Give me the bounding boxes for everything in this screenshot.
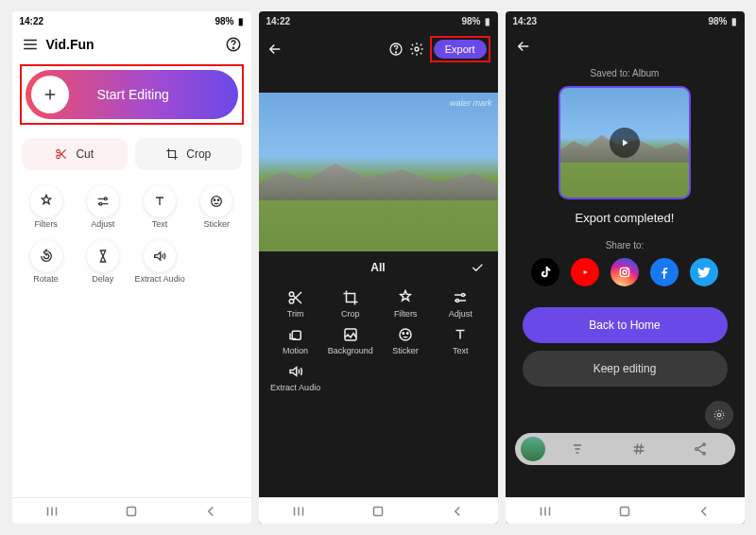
export-label: Export: [445, 43, 475, 55]
tool-label: Extract Audio: [135, 274, 185, 284]
menu-icon[interactable]: [22, 36, 39, 53]
nav-home-icon[interactable]: [616, 503, 633, 520]
svg-rect-31: [620, 507, 628, 515]
cut-label: Cut: [76, 147, 94, 161]
svg-point-2: [57, 149, 60, 153]
tool-rotate[interactable]: Rotate: [18, 236, 75, 287]
settings-icon[interactable]: [409, 42, 424, 57]
nav-recent-icon[interactable]: [537, 503, 554, 520]
nav-back-icon[interactable]: [202, 503, 219, 520]
crop-label: Crop: [186, 147, 211, 161]
crop-button[interactable]: Crop: [135, 138, 242, 170]
tool-text[interactable]: Text: [131, 181, 188, 233]
play-icon: [610, 128, 640, 158]
app-title: Vid.Fun: [46, 37, 217, 52]
status-time: 14:22: [266, 16, 291, 26]
rotate-icon: [30, 240, 62, 272]
status-battery: 98%: [461, 16, 480, 26]
btn-label: Keep editing: [593, 362, 657, 375]
status-bar: 14:22 98%▮: [259, 11, 498, 30]
action-edit[interactable]: [549, 441, 607, 457]
delay-icon: [87, 240, 119, 272]
tool-motion[interactable]: Motion: [268, 326, 323, 355]
tool-sticker[interactable]: Sticker: [378, 326, 433, 355]
tool-delay[interactable]: Delay: [75, 236, 131, 287]
screen-export-done: 14:23 98%▮ Saved to: Album Export comple…: [506, 11, 745, 524]
tool-label: Adjust: [91, 219, 114, 229]
share-facebook[interactable]: [650, 258, 679, 286]
fab-button[interactable]: [705, 401, 733, 429]
help-icon[interactable]: [225, 36, 242, 53]
tool-sticker[interactable]: Sticker: [188, 181, 245, 233]
svg-point-13: [289, 292, 294, 297]
share-twitter[interactable]: [690, 258, 718, 286]
status-time: 14:22: [20, 16, 44, 26]
tool-extract-audio[interactable]: Extract Audio: [131, 236, 188, 287]
tool-adjust[interactable]: Adjust: [75, 181, 131, 233]
svg-rect-9: [127, 507, 135, 515]
export-completed-text: Export completed!: [506, 211, 745, 225]
android-nav: [12, 497, 251, 524]
tool-extract-audio[interactable]: Extract Audio: [268, 363, 323, 392]
android-nav: [259, 497, 498, 524]
keep-editing-button[interactable]: Keep editing: [523, 351, 728, 387]
tool-label: Extract Audio: [270, 383, 320, 392]
svg-point-19: [400, 329, 411, 340]
tool-text[interactable]: Text: [433, 326, 488, 355]
help-icon[interactable]: [388, 42, 404, 57]
export-button[interactable]: Export: [434, 40, 487, 59]
tool-label: Text: [152, 219, 168, 229]
svg-point-20: [403, 333, 404, 335]
nav-back-icon[interactable]: [696, 503, 713, 520]
tool-filters[interactable]: Filters: [18, 181, 75, 233]
export-highlight: Export: [430, 36, 490, 62]
bottom-actions: [515, 433, 735, 465]
tool-label: Sticker: [204, 219, 231, 229]
confirm-icon[interactable]: [470, 260, 485, 275]
back-icon[interactable]: [266, 41, 284, 58]
tool-label: Sticker: [392, 346, 419, 355]
nav-back-icon[interactable]: [449, 503, 466, 520]
tool-filters[interactable]: Filters: [378, 289, 433, 319]
tool-background[interactable]: Background: [323, 326, 378, 355]
tool-label: Crop: [341, 309, 360, 319]
action-thumbnail[interactable]: [521, 437, 545, 461]
category-tabs: All: [259, 251, 498, 284]
svg-point-8: [218, 199, 219, 200]
tool-crop[interactable]: Crop: [323, 289, 378, 319]
nav-recent-icon[interactable]: [290, 503, 307, 520]
share-instagram[interactable]: [610, 258, 639, 286]
screen-editor: 14:22 98%▮ Export water mark All Trim Cr…: [259, 11, 498, 524]
text-icon: [144, 185, 176, 217]
nav-home-icon[interactable]: [123, 503, 140, 520]
share-row: [506, 258, 745, 286]
nav-recent-icon[interactable]: [43, 503, 60, 520]
back-icon[interactable]: [515, 38, 532, 55]
tab-all[interactable]: All: [370, 261, 385, 274]
btn-label: Back to Home: [589, 319, 660, 332]
back-to-home-button[interactable]: Back to Home: [523, 307, 728, 343]
start-editing-label: Start Editing: [97, 87, 169, 102]
export-header: [506, 30, 745, 62]
video-preview[interactable]: water mark: [259, 93, 498, 251]
tool-label: Filters: [394, 309, 418, 319]
cut-button[interactable]: Cut: [22, 138, 129, 170]
svg-point-21: [407, 333, 409, 335]
plus-icon: [31, 76, 69, 113]
share-tiktok[interactable]: [531, 258, 559, 286]
editor-tools: Trim Crop Filters Adjust Motion Backgrou…: [259, 284, 498, 402]
nav-home-icon[interactable]: [369, 503, 387, 520]
share-label: Share to:: [506, 240, 745, 250]
video-thumbnail[interactable]: [558, 86, 691, 199]
tool-label: Background: [328, 346, 373, 355]
svg-point-12: [415, 47, 419, 51]
start-editing-button[interactable]: Start Editing: [26, 70, 238, 119]
tool-adjust[interactable]: Adjust: [433, 289, 488, 319]
tool-label: Filters: [34, 219, 58, 229]
action-hashtag[interactable]: [610, 441, 668, 457]
action-share[interactable]: [672, 441, 730, 457]
svg-point-5: [99, 202, 102, 205]
preview-content: [259, 160, 498, 201]
tool-trim[interactable]: Trim: [268, 289, 323, 319]
share-youtube[interactable]: [571, 258, 599, 286]
